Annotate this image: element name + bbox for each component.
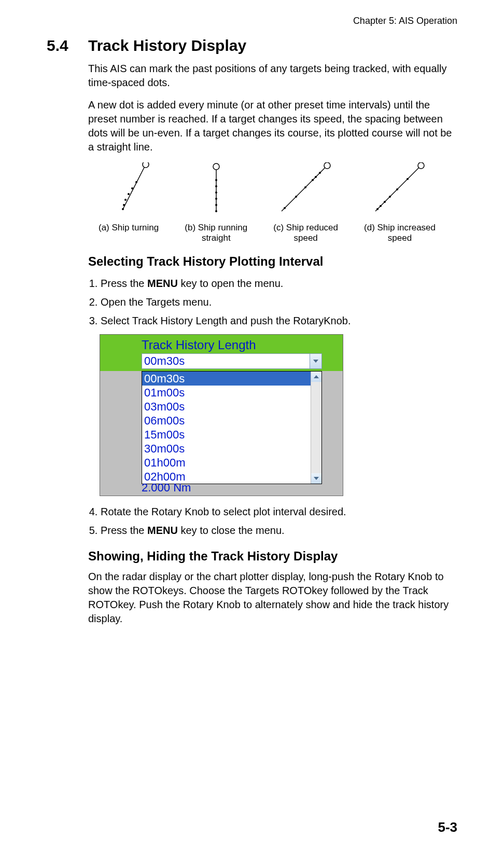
scroll-up-icon[interactable] bbox=[311, 372, 321, 382]
svg-point-18 bbox=[319, 172, 321, 174]
svg-point-23 bbox=[284, 207, 286, 209]
steps-list-2: Rotate the Rotary Knob to select plot in… bbox=[88, 503, 457, 539]
svg-point-26 bbox=[407, 178, 409, 180]
section-title: Track History Display bbox=[88, 37, 246, 54]
step-1: Press the MENU key to open the menu. bbox=[101, 275, 457, 292]
svg-point-21 bbox=[304, 186, 306, 188]
svg-point-9 bbox=[213, 163, 219, 170]
step-3: Select Track History Length and push the… bbox=[101, 312, 457, 329]
diagram-label: (a) Ship turning bbox=[99, 223, 159, 233]
diagram-label: speed bbox=[273, 233, 338, 243]
svg-point-2 bbox=[135, 181, 137, 183]
svg-point-19 bbox=[315, 176, 317, 178]
svg-point-25 bbox=[418, 162, 424, 169]
widget-title: Track History Length bbox=[142, 338, 322, 352]
dropdown-option[interactable]: 00m30s bbox=[142, 372, 321, 386]
dropdown-option[interactable]: 03m00s bbox=[142, 400, 321, 414]
dropdown-option[interactable]: 01h00m bbox=[142, 456, 321, 470]
svg-point-15 bbox=[215, 210, 217, 212]
steps-list-1: Press the MENU key to open the menu. Ope… bbox=[88, 275, 457, 329]
step-text: key to close the menu. bbox=[178, 525, 285, 536]
svg-point-14 bbox=[215, 204, 217, 206]
chevron-down-icon[interactable] bbox=[310, 354, 321, 368]
diagram-label: straight bbox=[185, 233, 247, 243]
subheading-selecting-interval: Selecting Track History Plotting Interva… bbox=[88, 254, 457, 269]
step-text: key to open the menu. bbox=[178, 278, 283, 289]
track-history-length-widget: Track History Length 00m30s 00m30s 01m00… bbox=[100, 334, 343, 496]
track-history-length-select[interactable]: 00m30s bbox=[142, 353, 322, 369]
svg-point-30 bbox=[380, 205, 382, 207]
menu-key-bold: MENU bbox=[147, 278, 178, 289]
diagram-ship-turning: (a) Ship turning bbox=[99, 162, 159, 244]
svg-point-31 bbox=[376, 208, 379, 210]
svg-point-22 bbox=[295, 196, 297, 198]
select-current-value: 00m30s bbox=[144, 354, 185, 367]
diagram-ship-reduced: (c) Ship reduced speed bbox=[273, 162, 338, 244]
step-5: Press the MENU key to close the menu. bbox=[101, 522, 457, 539]
background-value-text: 2.000 Nm bbox=[142, 481, 191, 495]
svg-point-11 bbox=[215, 185, 217, 187]
dropdown-option[interactable]: 06m00s bbox=[142, 414, 321, 428]
step-2: Open the Targets menu. bbox=[101, 294, 457, 310]
section-number: 5.4 bbox=[47, 37, 88, 54]
menu-key-bold: MENU bbox=[147, 525, 178, 536]
widget-header: Track History Length 00m30s bbox=[100, 335, 343, 371]
chapter-header: Chapter 5: AIS Operation bbox=[47, 16, 457, 26]
diagram-label: (c) Ship reduced bbox=[273, 223, 338, 233]
ship-reduced-icon bbox=[277, 162, 334, 219]
svg-point-29 bbox=[384, 201, 386, 203]
svg-point-20 bbox=[312, 179, 314, 181]
svg-point-6 bbox=[123, 204, 125, 206]
step-text: Press the bbox=[101, 525, 147, 536]
diagram-label: (b) Ship running bbox=[185, 223, 247, 233]
ship-increased-icon bbox=[371, 162, 428, 219]
dropdown-option[interactable]: 15m00s bbox=[142, 428, 321, 442]
scroll-down-icon[interactable] bbox=[311, 473, 321, 484]
svg-point-10 bbox=[215, 179, 217, 181]
ship-straight-icon bbox=[201, 162, 232, 219]
intro-paragraph-2: A new dot is added every minute (or at o… bbox=[88, 98, 457, 154]
svg-point-12 bbox=[215, 191, 217, 194]
dropdown-option[interactable]: 30m00s bbox=[142, 442, 321, 456]
page-number: 5-3 bbox=[438, 819, 457, 835]
svg-point-13 bbox=[215, 198, 217, 200]
dropdown-option[interactable]: 01m00s bbox=[142, 386, 321, 400]
ship-turning-icon bbox=[105, 162, 152, 219]
svg-point-3 bbox=[131, 187, 133, 189]
step-4: Rotate the Rotary Knob to select plot in… bbox=[101, 503, 457, 520]
svg-point-5 bbox=[124, 199, 127, 201]
track-diagram-row: (a) Ship turning (b) Ship running straig… bbox=[99, 162, 436, 244]
svg-point-27 bbox=[396, 188, 398, 190]
svg-point-17 bbox=[324, 162, 330, 169]
step-text: Press the bbox=[101, 278, 147, 289]
svg-point-28 bbox=[389, 196, 391, 198]
diagram-label: speed bbox=[364, 233, 436, 243]
show-hide-paragraph: On the radar display or the chart plotte… bbox=[88, 570, 457, 626]
widget-body: 00m30s 01m00s 03m00s 06m00s 15m00s 30m00… bbox=[100, 371, 343, 496]
svg-line-0 bbox=[123, 164, 146, 209]
diagram-ship-increased: (d) Ship increased speed bbox=[364, 162, 436, 244]
diagram-label: (d) Ship increased bbox=[364, 223, 436, 233]
svg-line-24 bbox=[375, 166, 421, 211]
intro-paragraph-1: This AIS can mark the past positions of … bbox=[88, 62, 457, 90]
dropdown-list[interactable]: 00m30s 01m00s 03m00s 06m00s 15m00s 30m00… bbox=[142, 371, 322, 484]
svg-point-1 bbox=[143, 162, 149, 168]
scrollbar[interactable] bbox=[311, 372, 321, 484]
diagram-ship-straight: (b) Ship running straight bbox=[185, 162, 247, 244]
subheading-show-hide: Showing, Hiding the Track History Displa… bbox=[88, 549, 457, 564]
svg-point-7 bbox=[122, 208, 124, 210]
svg-point-4 bbox=[128, 193, 130, 195]
